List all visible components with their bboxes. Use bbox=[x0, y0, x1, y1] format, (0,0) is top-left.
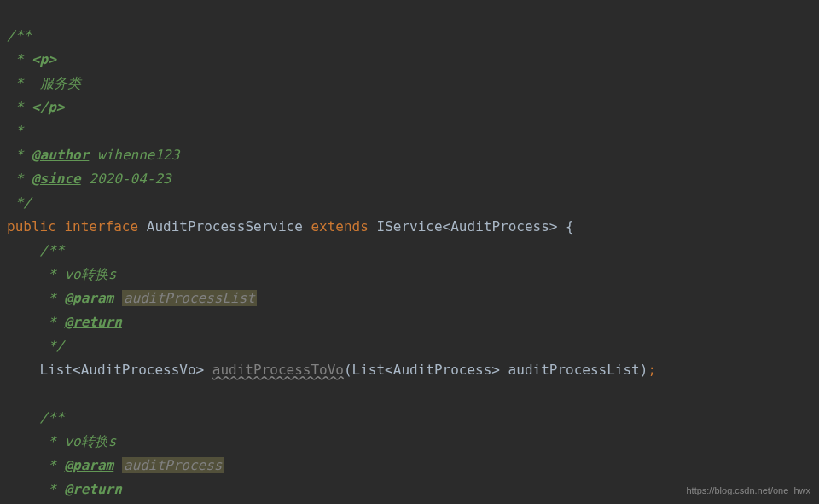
space bbox=[56, 218, 65, 235]
semicolon: ; bbox=[648, 362, 656, 378]
comment-line: /** bbox=[7, 27, 32, 43]
param-name: auditProcess bbox=[122, 457, 224, 473]
doctag-param: @param bbox=[64, 290, 113, 306]
author-value: wihenne123 bbox=[89, 147, 179, 163]
doctag-author: @author bbox=[32, 147, 89, 163]
return-type: List<AuditProcessVo> bbox=[40, 362, 212, 378]
comment-line: /** bbox=[40, 409, 65, 426]
space bbox=[138, 218, 147, 235]
comment-end: */ bbox=[48, 338, 64, 354]
keyword-public: public bbox=[7, 218, 56, 235]
comment-text: vo转换s bbox=[64, 266, 116, 282]
method-name-unused: auditProcessToVo bbox=[212, 362, 344, 378]
param-name: auditProcessList bbox=[122, 290, 257, 306]
code-editor[interactable]: /** * <p> * 服务类 * </p> * * @author wihen… bbox=[0, 0, 819, 504]
keyword-interface: interface bbox=[64, 218, 138, 235]
space bbox=[303, 218, 311, 235]
comment-line: * bbox=[7, 266, 64, 282]
doctag-param: @param bbox=[64, 457, 113, 473]
comment-line: * bbox=[7, 171, 32, 187]
indent bbox=[7, 362, 40, 378]
space bbox=[369, 218, 377, 235]
comment-line: * bbox=[7, 290, 64, 306]
comment-line: /** bbox=[40, 242, 65, 258]
keyword-extends: extends bbox=[311, 218, 368, 235]
method-params: (List<AuditProcess> auditProcessList) bbox=[344, 362, 648, 378]
comment-line bbox=[7, 338, 48, 354]
class-name: AuditProcessService bbox=[147, 218, 303, 235]
space bbox=[113, 290, 122, 306]
html-tag: <p> bbox=[32, 51, 56, 67]
comment-line: * bbox=[7, 51, 32, 67]
comment-line: * bbox=[7, 481, 64, 497]
comment-text: 服务类 bbox=[40, 75, 81, 91]
doctag-return: @return bbox=[64, 481, 121, 497]
comment-line: * bbox=[7, 123, 23, 139]
doctag-since: @since bbox=[32, 171, 81, 187]
watermark: https://blog.csdn.net/one_hwx bbox=[686, 483, 810, 499]
comment-line: * bbox=[7, 314, 64, 330]
comment-line: * bbox=[7, 75, 40, 91]
comment-text: vo转换s bbox=[64, 433, 116, 449]
html-tag: </p> bbox=[32, 99, 65, 115]
comment-line: * bbox=[7, 147, 32, 163]
extends-type: IService<AuditProcess> { bbox=[377, 218, 574, 235]
indent bbox=[7, 242, 40, 258]
indent bbox=[7, 409, 40, 426]
comment-line: * bbox=[7, 457, 64, 473]
comment-line: * bbox=[7, 433, 64, 449]
since-value: 2020-04-23 bbox=[81, 171, 171, 187]
space bbox=[113, 457, 122, 473]
comment-line: */ bbox=[7, 194, 32, 211]
doctag-return: @return bbox=[64, 314, 121, 330]
comment-line: * bbox=[7, 99, 32, 115]
